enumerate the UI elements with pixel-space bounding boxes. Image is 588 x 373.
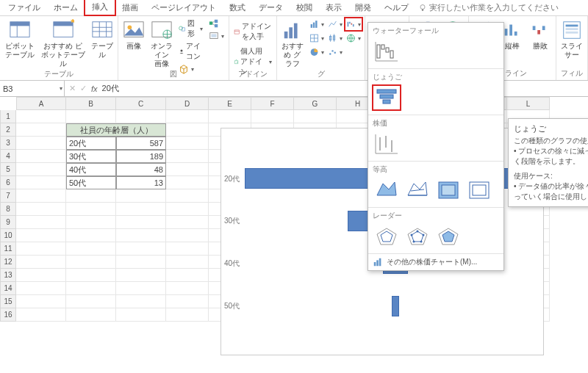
cell[interactable]: 587 [116, 137, 166, 150]
row-header[interactable]: 15 [0, 295, 16, 308]
tab-data[interactable]: データ [252, 0, 290, 15]
cell[interactable]: 30代 [66, 150, 116, 163]
surface3d-thumb[interactable] [373, 178, 401, 203]
cell[interactable] [116, 308, 166, 322]
cell[interactable] [66, 282, 116, 295]
scatter-chart-button[interactable]: ▾ [326, 46, 344, 59]
row-header[interactable]: 3 [0, 137, 16, 150]
row-header[interactable]: 9 [0, 216, 16, 229]
icons-button[interactable]: アイコン [177, 40, 204, 62]
cell[interactable]: 48 [116, 163, 166, 176]
cell[interactable] [166, 242, 209, 256]
col-g[interactable]: G [294, 97, 337, 110]
cell[interactable] [116, 256, 166, 269]
cell[interactable] [166, 295, 209, 308]
row-header[interactable]: 1 [0, 110, 16, 123]
slicer-button[interactable]: スライサー [559, 18, 584, 61]
cell[interactable] [66, 269, 116, 282]
cell[interactable]: 189 [116, 150, 166, 163]
cell[interactable]: 社員の年齢層（人） [66, 123, 166, 137]
cell[interactable] [16, 229, 66, 242]
bar-chart-button[interactable]: ▾ [308, 18, 326, 31]
tab-insert[interactable]: 挿入 [85, 0, 115, 15]
tab-view[interactable]: 表示 [319, 0, 348, 15]
contour-thumb[interactable] [434, 178, 462, 203]
cell[interactable] [166, 308, 209, 322]
enter-icon[interactable]: ✓ [80, 84, 87, 93]
cell[interactable] [116, 295, 166, 308]
radar-thumb[interactable] [373, 224, 401, 249]
cell[interactable] [166, 269, 209, 282]
contour-wire-thumb[interactable] [465, 178, 493, 203]
screenshot-button[interactable]: ▾ [207, 30, 226, 42]
cell[interactable] [16, 150, 66, 163]
waterfall-chart-button[interactable]: ▾ [345, 18, 362, 31]
cell[interactable] [166, 256, 209, 269]
cell[interactable] [209, 110, 251, 123]
pie-chart-button[interactable]: ▾ [308, 46, 326, 59]
tab-pagelayout[interactable]: ページレイアウト [145, 0, 223, 15]
cell[interactable] [116, 216, 166, 229]
row-header[interactable]: 11 [0, 242, 16, 256]
col-b[interactable]: B [66, 97, 116, 110]
cell[interactable] [66, 229, 116, 242]
stat-chart-button[interactable]: ▾ [326, 32, 344, 45]
tab-dev[interactable]: 開発 [348, 0, 378, 15]
models-button[interactable]: ▾ [177, 63, 204, 75]
tab-review[interactable]: 校閲 [290, 0, 319, 15]
cell[interactable] [16, 242, 66, 256]
col-d[interactable]: D [166, 97, 209, 110]
radar-filled-thumb[interactable] [434, 224, 462, 249]
cell[interactable] [66, 242, 116, 256]
row-header[interactable]: 8 [0, 203, 16, 216]
shapes-button[interactable]: 図形▾ [177, 18, 204, 40]
map-chart-button[interactable]: ▾ [345, 32, 362, 45]
cell[interactable] [66, 295, 116, 308]
cell[interactable] [66, 216, 116, 229]
hier-chart-button[interactable]: ▾ [308, 32, 326, 45]
cell[interactable] [116, 282, 166, 295]
cell[interactable] [251, 110, 294, 123]
get-addins-button[interactable]: アドインを入手 [232, 21, 273, 43]
row-header[interactable]: 7 [0, 189, 16, 203]
cell[interactable] [66, 308, 116, 322]
cell[interactable] [16, 203, 66, 216]
cell[interactable] [16, 137, 66, 150]
cell[interactable] [166, 189, 209, 203]
cell[interactable] [66, 189, 116, 203]
radar-markers-thumb[interactable] [404, 224, 431, 249]
cell[interactable] [16, 295, 66, 308]
col-a[interactable]: A [16, 97, 66, 110]
smartart-button[interactable] [207, 18, 226, 29]
row-header[interactable]: 2 [0, 123, 16, 137]
cell[interactable] [116, 269, 166, 282]
cell[interactable] [16, 269, 66, 282]
online-picture-button[interactable]: オンライン 画像 [149, 18, 174, 70]
cell[interactable]: 13 [116, 176, 166, 189]
fx-button[interactable]: fx [91, 84, 98, 93]
cell[interactable] [16, 282, 66, 295]
col-e[interactable]: E [209, 97, 251, 110]
cell[interactable] [66, 256, 116, 269]
cell[interactable] [16, 216, 66, 229]
spark-wl-button[interactable]: 勝敗 [528, 18, 553, 52]
col-l[interactable]: L [507, 97, 550, 110]
cell[interactable] [116, 203, 166, 216]
cell[interactable] [166, 137, 209, 150]
formula-value[interactable]: 20代 [102, 83, 119, 94]
name-box[interactable]: B3 ▾ [0, 81, 65, 96]
pivot-table-button[interactable]: ピボット テーブル [3, 18, 36, 61]
cell[interactable] [116, 229, 166, 242]
tab-help[interactable]: ヘルプ [378, 0, 415, 15]
cell[interactable] [166, 216, 209, 229]
reco-pivot-button[interactable]: おすすめ ピボットテーブル [39, 18, 87, 70]
cell[interactable] [166, 203, 209, 216]
row-header[interactable]: 10 [0, 229, 16, 242]
chevron-down-icon[interactable]: ▾ [60, 85, 62, 92]
cell[interactable] [16, 110, 66, 123]
row-header[interactable]: 4 [0, 150, 16, 163]
cell[interactable]: 50代 [66, 176, 116, 189]
cell[interactable] [166, 282, 209, 295]
cell[interactable]: 20代 [66, 137, 116, 150]
row-header[interactable]: 6 [0, 176, 16, 189]
